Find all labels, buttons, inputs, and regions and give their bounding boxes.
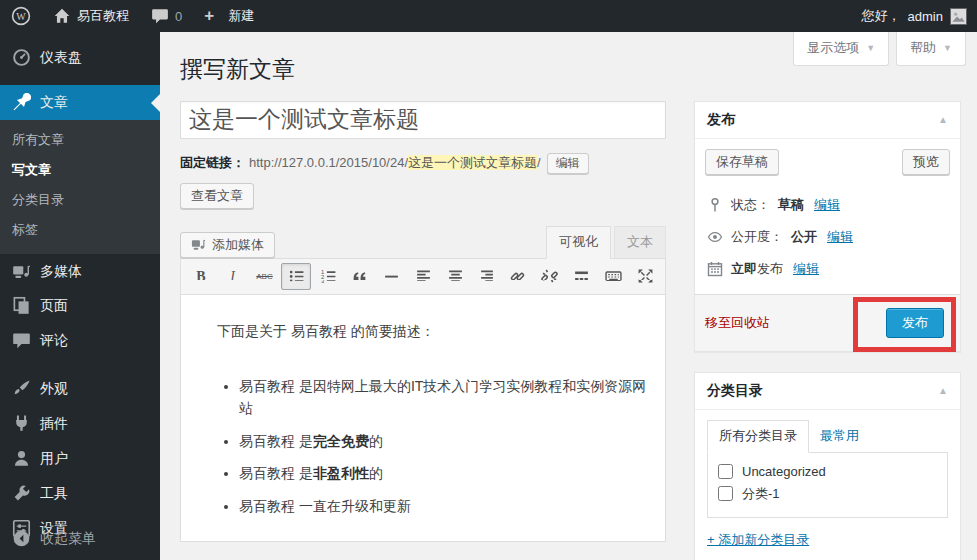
editor-column: 固定链接：http://127.0.0.1/2015/10/24/这是一个测试文… [180, 101, 666, 542]
new-content-menu[interactable]: + 新建 [193, 0, 265, 32]
align-center-button[interactable] [440, 263, 470, 290]
hr-button[interactable] [377, 263, 407, 290]
edit-status-link[interactable]: 编辑 [814, 196, 840, 214]
chevron-down-icon: ▼ [943, 44, 952, 53]
blockquote-icon [351, 268, 368, 284]
status-label: 状态： [731, 196, 770, 214]
category-checkbox[interactable] [718, 464, 733, 479]
sidebar-item-label: 评论 [40, 332, 68, 350]
ordered-list-button[interactable]: 123 [313, 263, 343, 290]
sidebar-item-label: 外观 [40, 380, 68, 398]
sidebar-item-plugins[interactable]: 插件 [0, 406, 160, 441]
unlink-button[interactable] [535, 263, 565, 290]
add-media-button[interactable]: 添加媒体 [180, 232, 275, 258]
sidebar-item-comments[interactable]: 评论 [0, 323, 160, 358]
save-draft-button[interactable]: 保存草稿 [705, 149, 779, 175]
sidebar-item-collapse-menu[interactable]: 收起菜单 [0, 521, 160, 556]
sidebar-item-pages[interactable]: 页面 [0, 288, 160, 323]
sidebar-item-label: 文章 [40, 94, 68, 112]
username-link[interactable]: admin [908, 9, 943, 24]
sidebar-subitem[interactable]: 标签 [0, 215, 160, 245]
admin-bar: W 易百教程 0 + 新建 您好，admin [0, 0, 977, 32]
main-content: 撰写新文章 固定链接：http://127.0.0.1/2015/10/24/这… [160, 32, 977, 560]
italic-button[interactable]: I [218, 263, 248, 290]
category-checkbox[interactable] [718, 486, 733, 501]
blockquote-button[interactable] [345, 263, 375, 290]
sidebar-item-media[interactable]: 多媒体 [0, 254, 160, 288]
dashboard-icon [12, 48, 31, 67]
bullet-list-button[interactable] [281, 263, 311, 290]
schedule-bold: 立即 [731, 261, 757, 276]
calendar-icon [707, 261, 723, 277]
category-label: 分类-1 [742, 485, 780, 503]
edit-permalink-button[interactable]: 编辑 [547, 153, 589, 174]
category-item[interactable]: 分类-1 [718, 482, 937, 506]
pin-icon [12, 93, 31, 112]
admin-bar-right: 您好，admin [862, 7, 977, 25]
editor-content-area[interactable]: 下面是关于 易百教程 的简要描述： 易百教程 是因特网上最大的IT技术入门学习实… [181, 295, 665, 541]
publish-box-title: 发布 [707, 111, 735, 129]
preview-button[interactable]: 预览 [902, 149, 950, 175]
sidebar-item-posts[interactable]: 文章 [0, 85, 160, 120]
avatar[interactable] [950, 8, 967, 25]
editor-toolbar: BIABC123 [181, 259, 665, 295]
post-title-input[interactable] [180, 101, 666, 139]
tab-all-categories[interactable]: 所有分类目录 [707, 420, 809, 453]
view-post-button[interactable]: 查看文章 [180, 183, 254, 209]
comments-menu[interactable]: 0 [140, 0, 193, 32]
more-button[interactable] [567, 263, 597, 290]
publish-button[interactable]: 发布 [886, 308, 944, 338]
sidebar-item-appearance[interactable]: 外观 [0, 371, 160, 406]
collapse-toggle-icon[interactable]: ▲ [938, 114, 948, 125]
permalink-label: 固定链接： [180, 155, 245, 170]
move-to-trash-link[interactable]: 移至回收站 [705, 314, 770, 332]
post-text-segment: 易百教程 是 [239, 433, 313, 449]
align-right-button[interactable] [472, 263, 501, 290]
strikethrough-button[interactable]: ABC [250, 263, 280, 290]
sidebar-item-dashboard[interactable]: 仪表盘 [0, 40, 160, 75]
help-tab[interactable]: 帮助 ▼ [896, 32, 966, 66]
keyboard-icon [605, 268, 622, 284]
align-left-button[interactable] [409, 263, 439, 290]
plugins-icon [12, 414, 31, 433]
fullscreen-button[interactable] [630, 263, 660, 290]
edit-visibility-link[interactable]: 编辑 [827, 228, 853, 246]
post-intro-paragraph: 下面是关于 易百教程 的简要描述： [217, 321, 653, 343]
comments-count: 0 [175, 9, 182, 24]
site-name-menu[interactable]: 易百教程 [42, 0, 140, 32]
strikethrough-icon: ABC [256, 268, 273, 284]
greeting-text: 您好， [862, 7, 901, 25]
sidebar-subitem[interactable]: 写文章 [0, 155, 160, 185]
sidebar-item-label: 仪表盘 [40, 49, 82, 67]
screen-options-tab[interactable]: 显示选项 ▼ [793, 32, 889, 66]
sidebar-item-label: 多媒体 [40, 263, 82, 280]
fullscreen-icon [637, 268, 654, 284]
sidebar-subitem[interactable]: 分类目录 [0, 185, 160, 215]
post-bullet-item: 易百教程 是因特网上最大的IT技术入门学习实例教程和实例资源网站 [239, 376, 653, 419]
wordpress-menu[interactable]: W [0, 0, 42, 32]
add-new-category-link[interactable]: + 添加新分类目录 [707, 531, 809, 549]
tab-text[interactable]: 文本 [614, 226, 666, 258]
italic-icon: I [224, 268, 241, 284]
sidebar-item-tools[interactable]: 工具 [0, 476, 160, 511]
major-publishing-actions: 移至回收站 发布 [695, 294, 960, 351]
sidebar-item-users[interactable]: 用户 [0, 441, 160, 476]
media-buttons-row: 添加媒体 可视化 文本 [180, 226, 666, 258]
permalink-slug: 这是一个测试文章标题 [408, 155, 537, 170]
sidebar-subitem[interactable]: 所有文章 [0, 125, 160, 155]
ordered-list-icon: 123 [320, 268, 337, 284]
tab-visual[interactable]: 可视化 [546, 226, 611, 259]
tab-most-used[interactable]: 最常用 [809, 421, 870, 452]
post-text-segment: 易百教程 是 [239, 465, 313, 481]
keyboard-button[interactable] [598, 263, 628, 290]
hr-icon [383, 268, 400, 284]
collapse-toggle-icon[interactable]: ▲ [938, 385, 948, 396]
sidebar-submenu: 所有文章写文章分类目录标签 [0, 120, 160, 254]
minor-publishing-actions: 保存草稿 预览 [695, 139, 960, 185]
comments-icon [12, 331, 31, 350]
category-item[interactable]: Uncategorized [718, 461, 937, 482]
post-text-segment: 的 [369, 433, 383, 449]
link-button[interactable] [503, 263, 533, 290]
bold-button[interactable]: B [186, 263, 216, 290]
edit-schedule-link[interactable]: 编辑 [793, 260, 819, 278]
